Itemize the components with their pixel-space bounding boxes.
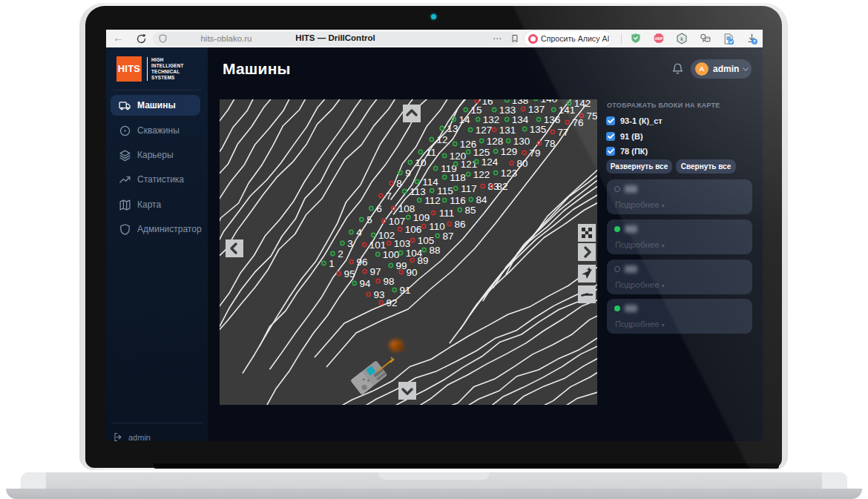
svg-text:97: 97 <box>369 266 381 277</box>
svg-text:9: 9 <box>405 168 411 179</box>
svg-text:111: 111 <box>439 208 455 219</box>
svg-text:132: 132 <box>483 114 500 125</box>
svg-text:140: 140 <box>541 99 558 105</box>
svg-text:k: k <box>680 36 683 42</box>
svg-text:12: 12 <box>436 134 447 145</box>
svg-text:117: 117 <box>461 183 477 194</box>
svg-text:11: 11 <box>426 147 436 158</box>
svg-text:91: 91 <box>399 285 410 296</box>
svg-text:90: 90 <box>406 267 417 278</box>
svg-text:107: 107 <box>389 216 406 227</box>
svg-text:127: 127 <box>476 125 493 136</box>
svg-text:96: 96 <box>356 257 367 268</box>
svg-text:79: 79 <box>529 148 540 159</box>
svg-text:10: 10 <box>415 157 426 168</box>
svg-text:101: 101 <box>369 239 387 251</box>
svg-text:1: 1 <box>329 258 335 269</box>
svg-text:ABP: ABP <box>655 36 663 41</box>
svg-text:4: 4 <box>356 227 362 238</box>
svg-text:7: 7 <box>386 191 392 202</box>
svg-text:89: 89 <box>417 255 428 266</box>
svg-text:123: 123 <box>501 168 518 179</box>
svg-text:106: 106 <box>405 224 422 235</box>
svg-text:80: 80 <box>516 158 527 169</box>
svg-text:134: 134 <box>512 114 529 125</box>
svg-text:86: 86 <box>454 219 465 230</box>
svg-text:131: 131 <box>499 125 516 136</box>
svg-text:126: 126 <box>460 139 477 150</box>
svg-text:124: 124 <box>481 156 499 168</box>
svg-text:122: 122 <box>473 169 490 180</box>
svg-text:88: 88 <box>429 245 440 256</box>
svg-text:15: 15 <box>470 105 481 116</box>
svg-text:141: 141 <box>559 105 576 116</box>
svg-text:136: 136 <box>544 114 561 125</box>
svg-text:105: 105 <box>418 235 435 246</box>
svg-text:84: 84 <box>476 194 487 205</box>
svg-text:76: 76 <box>572 117 583 128</box>
svg-text:130: 130 <box>513 136 530 147</box>
svg-text:128: 128 <box>487 136 504 147</box>
svg-text:100: 100 <box>383 249 400 260</box>
svg-text:14: 14 <box>458 114 470 125</box>
svg-text:77: 77 <box>557 127 568 138</box>
svg-text:135: 135 <box>530 124 547 135</box>
svg-text:2: 2 <box>338 248 343 260</box>
svg-text:5: 5 <box>366 214 372 225</box>
svg-text:94: 94 <box>359 278 371 289</box>
svg-text:142: 142 <box>574 99 591 109</box>
svg-text:93: 93 <box>373 289 384 300</box>
svg-text:113: 113 <box>410 186 426 197</box>
svg-text:109: 109 <box>413 212 430 223</box>
svg-text:116: 116 <box>450 195 466 206</box>
svg-text:6: 6 <box>376 203 382 214</box>
svg-text:3: 3 <box>347 238 353 249</box>
svg-text:75: 75 <box>586 110 597 122</box>
svg-text:87: 87 <box>442 231 453 242</box>
svg-text:98: 98 <box>383 276 394 287</box>
svg-text:16: 16 <box>481 99 493 107</box>
svg-text:138: 138 <box>512 99 529 106</box>
svg-text:82: 82 <box>496 181 507 192</box>
svg-text:99: 99 <box>395 260 407 271</box>
svg-text:137: 137 <box>528 104 545 115</box>
svg-text:95: 95 <box>343 268 355 280</box>
svg-text:92: 92 <box>386 297 397 308</box>
svg-text:102: 102 <box>378 230 395 241</box>
svg-text:78: 78 <box>544 138 555 149</box>
svg-text:114: 114 <box>422 176 438 188</box>
svg-text:8: 8 <box>396 178 402 189</box>
svg-text:112: 112 <box>424 195 441 206</box>
svg-text:85: 85 <box>464 205 476 216</box>
svg-text:13: 13 <box>447 123 458 134</box>
svg-text:129: 129 <box>501 146 518 157</box>
